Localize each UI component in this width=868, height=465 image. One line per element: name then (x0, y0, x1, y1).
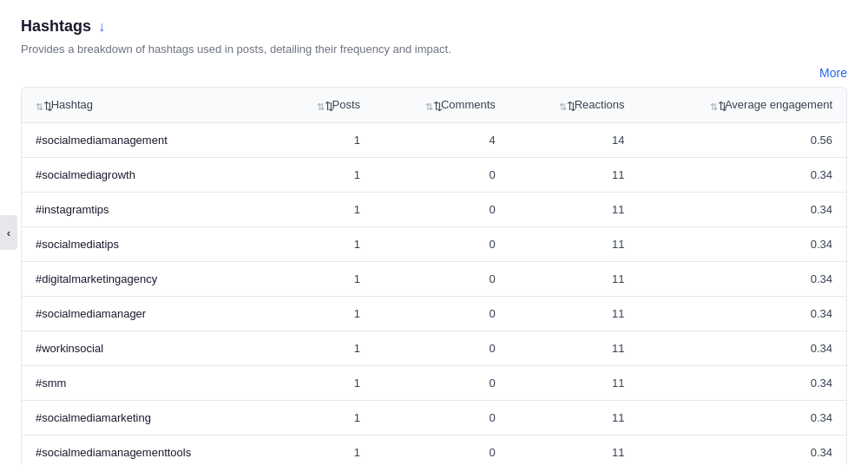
table-row: #socialmediamanagementtools10110.34 (22, 435, 846, 465)
col-header-posts[interactable]: ⇅ Posts (275, 88, 374, 122)
page-title: Hashtags (21, 17, 91, 36)
cell-reactions: 11 (510, 296, 639, 331)
hashtags-table-wrapper: ⇅ Hashtag ⇅ Posts ⇅ Comments ⇅ Reactions (21, 87, 847, 465)
cell-comments: 4 (374, 122, 510, 157)
table-row: #digitalmarketingagency10110.34 (22, 261, 846, 296)
cell-reactions: 11 (510, 261, 639, 296)
cell-avg-engagement: 0.34 (639, 365, 846, 400)
cell-comments: 0 (374, 192, 510, 226)
cell-comments: 0 (374, 261, 510, 296)
cell-posts: 1 (275, 296, 374, 331)
cell-comments: 0 (374, 365, 510, 400)
cell-posts: 1 (275, 400, 374, 435)
col-header-avg-engagement[interactable]: ⇅ Average engagement (639, 88, 846, 122)
cell-hashtag: #instagramtips (22, 192, 275, 226)
col-header-hashtag[interactable]: ⇅ Hashtag (22, 88, 275, 122)
table-row: #socialmediagrowth10110.34 (22, 157, 846, 192)
page-container: Hashtags ↓ Provides a breakdown of hasht… (0, 0, 868, 465)
left-nav-button[interactable]: ‹ (0, 215, 17, 250)
hashtags-table: ⇅ Hashtag ⇅ Posts ⇅ Comments ⇅ Reactions (22, 88, 846, 465)
table-header: ⇅ Hashtag ⇅ Posts ⇅ Comments ⇅ Reactions (22, 88, 846, 122)
cell-hashtag: #workinsocial (22, 331, 275, 365)
cell-posts: 1 (275, 192, 374, 226)
cell-reactions: 11 (510, 365, 639, 400)
cell-comments: 0 (374, 296, 510, 331)
cell-avg-engagement: 0.34 (639, 192, 846, 226)
cell-posts: 1 (275, 122, 374, 157)
table-row: #socialmediatips10110.34 (22, 226, 846, 261)
cell-reactions: 11 (510, 435, 639, 465)
cell-posts: 1 (275, 226, 374, 261)
cell-hashtag: #socialmediamanager (22, 296, 275, 331)
header-section: Hashtags ↓ Provides a breakdown of hasht… (21, 17, 847, 56)
cell-hashtag: #socialmediagrowth (22, 157, 275, 192)
cell-comments: 0 (374, 331, 510, 365)
cell-comments: 0 (374, 435, 510, 465)
sort-icon-hashtag: ⇅ (36, 100, 44, 112)
cell-hashtag: #socialmediatips (22, 226, 275, 261)
cell-posts: 1 (275, 435, 374, 465)
cell-reactions: 11 (510, 226, 639, 261)
cell-posts: 1 (275, 331, 374, 365)
cell-avg-engagement: 0.34 (639, 226, 846, 261)
table-row: #workinsocial10110.34 (22, 331, 846, 365)
col-header-comments[interactable]: ⇅ Comments (374, 88, 510, 122)
cell-avg-engagement: 0.34 (639, 261, 846, 296)
cell-hashtag: #socialmediamanagementtools (22, 435, 275, 465)
cell-reactions: 11 (510, 331, 639, 365)
cell-avg-engagement: 0.34 (639, 435, 846, 465)
cell-posts: 1 (275, 365, 374, 400)
cell-posts: 1 (275, 157, 374, 192)
table-row: #socialmediamanager10110.34 (22, 296, 846, 331)
download-icon[interactable]: ↓ (98, 19, 105, 35)
cell-comments: 0 (374, 226, 510, 261)
table-row: #smm10110.34 (22, 365, 846, 400)
cell-avg-engagement: 0.34 (639, 400, 846, 435)
cell-comments: 0 (374, 157, 510, 192)
table-row: #socialmediamanagement14140.56 (22, 122, 846, 157)
table-body: #socialmediamanagement14140.56#socialmed… (22, 122, 846, 465)
cell-reactions: 11 (510, 157, 639, 192)
col-header-reactions[interactable]: ⇅ Reactions (510, 88, 639, 122)
cell-avg-engagement: 0.34 (639, 331, 846, 365)
cell-reactions: 11 (510, 192, 639, 226)
cell-hashtag: #smm (22, 365, 275, 400)
sort-icon-reactions: ⇅ (559, 100, 568, 112)
cell-posts: 1 (275, 261, 374, 296)
sort-icon-comments: ⇅ (425, 100, 434, 112)
cell-avg-engagement: 0.56 (639, 122, 846, 157)
cell-hashtag: #digitalmarketingagency (22, 261, 275, 296)
cell-reactions: 14 (510, 122, 639, 157)
sort-icon-avg-engagement: ⇅ (710, 100, 719, 112)
page-description: Provides a breakdown of hashtags used in… (21, 43, 847, 56)
sort-icon-posts: ⇅ (317, 100, 326, 112)
more-link-row: More (21, 66, 847, 80)
title-row: Hashtags ↓ (21, 17, 847, 36)
more-link[interactable]: More (819, 66, 847, 80)
table-row: #socialmediamarketing10110.34 (22, 400, 846, 435)
cell-comments: 0 (374, 400, 510, 435)
cell-avg-engagement: 0.34 (639, 296, 846, 331)
cell-reactions: 11 (510, 400, 639, 435)
cell-hashtag: #socialmediamarketing (22, 400, 275, 435)
cell-hashtag: #socialmediamanagement (22, 122, 275, 157)
cell-avg-engagement: 0.34 (639, 157, 846, 192)
table-row: #instagramtips10110.34 (22, 192, 846, 226)
